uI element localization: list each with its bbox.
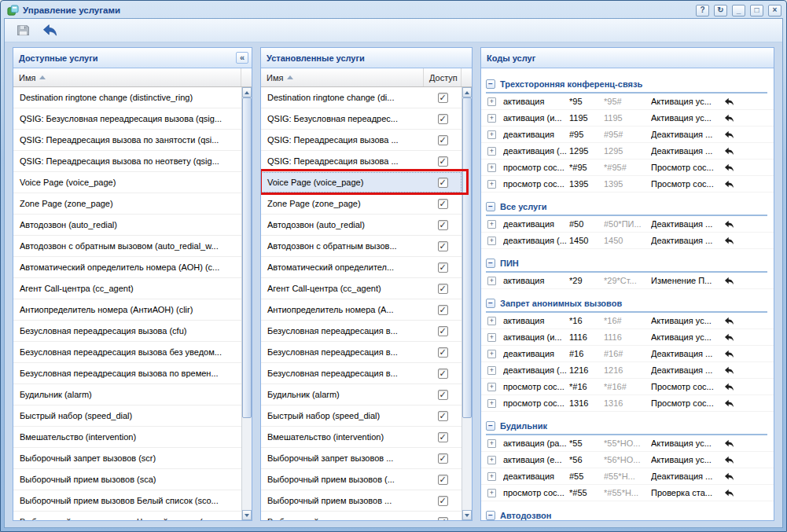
- scroll-thumb[interactable]: [462, 97, 472, 418]
- list-item[interactable]: Безусловная переадресация в...✓: [261, 363, 462, 384]
- expand-icon[interactable]: +: [487, 237, 496, 245]
- list-item[interactable]: Zone Page (zone_page): [13, 193, 241, 215]
- undo-icon[interactable]: [719, 332, 739, 343]
- undo-icon[interactable]: [719, 488, 739, 498]
- list-item[interactable]: Выборочный запрет вызовов ...✓: [261, 448, 462, 469]
- access-checkbox[interactable]: ✓: [438, 347, 448, 358]
- list-item[interactable]: Автоматический определител...✓: [261, 257, 462, 278]
- access-checkbox[interactable]: ✓: [438, 114, 448, 124]
- expand-icon[interactable]: +: [487, 220, 496, 229]
- group-header[interactable]: −Автодозвон: [486, 508, 767, 520]
- column-header-name[interactable]: Имя: [261, 68, 424, 86]
- collapse-group-icon[interactable]: −: [486, 202, 495, 211]
- undo-icon[interactable]: [719, 398, 739, 409]
- column-header-name[interactable]: Имя: [13, 68, 241, 86]
- code-row[interactable]: +просмотр сос...13161316Просмотр сос...: [481, 395, 774, 412]
- expand-icon[interactable]: +: [487, 163, 496, 172]
- close-button[interactable]: ×: [768, 5, 781, 17]
- list-item[interactable]: QSIG: Переадресация вызова по занятости …: [13, 130, 241, 151]
- expand-icon[interactable]: +: [487, 114, 496, 123]
- code-row[interactable]: +активация*95*95#Активация ус...: [481, 94, 774, 110]
- list-item[interactable]: Агент Call-центра (cc_agent)✓: [261, 278, 462, 299]
- scroll-thumb[interactable]: [242, 97, 252, 418]
- undo-icon[interactable]: [719, 438, 739, 449]
- undo-icon[interactable]: [719, 179, 739, 189]
- expand-icon[interactable]: +: [487, 180, 496, 189]
- access-checkbox[interactable]: ✓: [438, 178, 448, 188]
- expand-icon[interactable]: +: [487, 277, 496, 285]
- list-item[interactable]: QSIG: Переадресация вызова ...✓: [261, 151, 462, 172]
- code-row[interactable]: +просмотр сос...*#55*#55*Н...Проверка ст…: [481, 485, 774, 501]
- list-item[interactable]: QSIG: Переадресация вызова по неответу (…: [13, 151, 241, 172]
- list-item[interactable]: Безусловная переадресация вызова (cfu): [13, 321, 241, 342]
- expand-icon[interactable]: +: [487, 399, 496, 408]
- expand-icon[interactable]: +: [487, 456, 496, 464]
- save-button[interactable]: [14, 22, 31, 39]
- code-row[interactable]: +деактивация#95#95#Деактивация ...: [481, 127, 774, 143]
- access-checkbox[interactable]: ✓: [438, 496, 448, 506]
- collapse-group-icon[interactable]: −: [486, 259, 495, 268]
- collapse-group-icon[interactable]: −: [486, 299, 495, 308]
- list-item[interactable]: Destination ringtone change (di...✓: [261, 87, 462, 108]
- expand-icon[interactable]: +: [487, 350, 496, 358]
- available-scrollbar[interactable]: [241, 87, 252, 520]
- access-checkbox[interactable]: ✓: [438, 284, 448, 294]
- expand-icon[interactable]: +: [487, 97, 496, 106]
- list-item[interactable]: Будильник (alarm)✓: [261, 384, 462, 405]
- undo-icon[interactable]: [719, 163, 739, 173]
- group-header[interactable]: −Запрет анонимных вызовов: [486, 295, 767, 313]
- list-item[interactable]: Выборочный прием вызовов Белый список (s…: [13, 490, 241, 512]
- access-checkbox[interactable]: ✓: [438, 453, 448, 464]
- undo-icon[interactable]: [719, 365, 739, 376]
- code-row[interactable]: +просмотр сос...*#95*#95#Просмотр сос...: [481, 160, 774, 176]
- access-checkbox[interactable]: ✓: [438, 326, 448, 336]
- code-row[interactable]: +активация*29*29*Ст...Изменение П...: [481, 273, 774, 289]
- scroll-up-button[interactable]: [462, 87, 472, 97]
- expand-icon[interactable]: +: [487, 439, 496, 448]
- code-row[interactable]: +деактивация (...12951295Деактивация ...: [481, 143, 774, 160]
- expand-icon[interactable]: +: [487, 489, 496, 497]
- list-item[interactable]: Безусловная переадресация вызова по врем…: [13, 363, 241, 384]
- titlebar[interactable]: Управление услугами ? ↻ _ □ ×: [4, 1, 783, 18]
- expand-icon[interactable]: +: [487, 147, 496, 156]
- code-row[interactable]: +деактивация#16#16#Деактивация ...: [481, 346, 774, 362]
- access-checkbox[interactable]: ✓: [438, 241, 448, 251]
- group-header[interactable]: −Все услуги: [486, 199, 767, 216]
- undo-icon[interactable]: [719, 471, 739, 482]
- list-item[interactable]: Voice Page (voice_page)✓: [261, 172, 462, 193]
- list-item[interactable]: Автодозвон с обратным вызов...✓: [261, 236, 462, 257]
- list-item[interactable]: Безусловная переадресация вызова без уве…: [13, 342, 241, 363]
- list-item[interactable]: Выборочный прием вызовов Черный список (…: [13, 512, 241, 520]
- list-item[interactable]: Автодозвон (auto_redial)✓: [261, 215, 462, 236]
- collapse-panel-button[interactable]: «: [236, 52, 248, 64]
- code-row[interactable]: +деактивация#50#50*ПИ...Деактивация ...: [481, 216, 774, 233]
- code-row[interactable]: +просмотр сос...*#16*#16#Просмотр сос...: [481, 379, 774, 395]
- code-row[interactable]: +деактивация#55#55*Н...Деактивация ...: [481, 468, 774, 485]
- undo-icon[interactable]: [719, 349, 739, 359]
- scroll-down-button[interactable]: [462, 510, 472, 520]
- list-item[interactable]: Destination ringtone change (distinctive…: [13, 87, 241, 108]
- expand-icon[interactable]: +: [487, 317, 496, 325]
- undo-icon[interactable]: [719, 97, 739, 107]
- code-row[interactable]: +активация (ра...*55*55*НО...Активация у…: [481, 435, 774, 452]
- help-button[interactable]: ?: [696, 5, 709, 17]
- code-row[interactable]: +активация (и...11161116Активация ус...: [481, 329, 774, 346]
- list-item[interactable]: Быстрый набор (speed_dial): [13, 405, 241, 427]
- undo-icon[interactable]: [719, 276, 739, 286]
- undo-icon[interactable]: [719, 130, 739, 140]
- code-row[interactable]: +деактивация (...14501450Деактивация ...: [481, 233, 774, 249]
- access-checkbox[interactable]: ✓: [438, 135, 448, 145]
- access-checkbox[interactable]: ✓: [438, 411, 448, 421]
- column-header-access[interactable]: Доступ: [424, 68, 462, 86]
- list-item[interactable]: Агент Call-центра (cc_agent): [13, 278, 241, 299]
- list-item[interactable]: Быстрый набор (speed_dial)✓: [261, 405, 462, 427]
- list-item[interactable]: QSIG: Безусловная переадресация вызова (…: [13, 108, 241, 130]
- access-checkbox[interactable]: ✓: [438, 517, 448, 521]
- list-item[interactable]: Автодозвон с обратным вызовом (auto_redi…: [13, 236, 241, 257]
- undo-icon[interactable]: [719, 236, 739, 246]
- access-checkbox[interactable]: ✓: [438, 432, 448, 442]
- list-item[interactable]: Выборочный прием вызовов (...✓: [261, 469, 462, 490]
- list-item[interactable]: Антиопределитель номера (АнтиАОН) (clir): [13, 299, 241, 321]
- scroll-down-button[interactable]: [242, 510, 252, 520]
- undo-icon[interactable]: [719, 146, 739, 156]
